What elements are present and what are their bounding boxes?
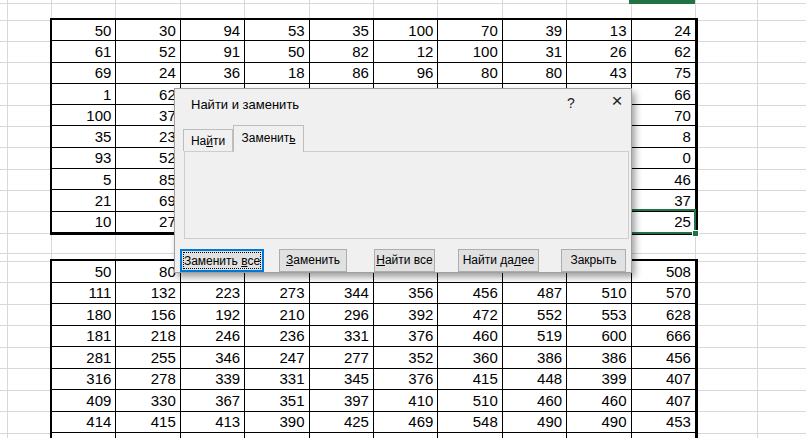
cell[interactable]: 281 [52, 347, 116, 369]
cell[interactable]: 52 [116, 148, 180, 169]
cell[interactable]: 356 [374, 283, 438, 305]
cell[interactable]: 392 [374, 304, 438, 326]
cell[interactable]: 52 [116, 41, 180, 62]
cell[interactable]: 472 [438, 304, 502, 326]
cell[interactable]: 277 [310, 347, 374, 369]
cell[interactable]: 484 [116, 433, 180, 438]
cell[interactable]: 367 [181, 390, 245, 412]
cell[interactable]: 91 [181, 41, 245, 62]
cell[interactable]: 50 [245, 41, 309, 62]
cell[interactable]: 448 [503, 369, 567, 391]
cell[interactable]: 443 [181, 433, 245, 438]
cell[interactable]: 390 [245, 412, 309, 434]
cell[interactable]: 210 [245, 304, 309, 326]
cell[interactable]: 415 [116, 412, 180, 434]
cell[interactable]: 490 [567, 412, 631, 434]
cell[interactable]: 46 [632, 169, 696, 190]
cell[interactable]: 255 [116, 347, 180, 369]
cell[interactable]: 70 [632, 105, 696, 126]
cell[interactable]: 96 [374, 63, 438, 84]
cell[interactable]: 490 [632, 433, 696, 438]
cell[interactable]: 223 [181, 283, 245, 305]
replace-button[interactable]: Заменить [279, 249, 347, 272]
cell[interactable]: 37 [632, 190, 696, 211]
cell[interactable]: 386 [503, 347, 567, 369]
cell[interactable]: 10 [52, 212, 116, 233]
cell[interactable]: 490 [503, 412, 567, 434]
cell[interactable]: 21 [52, 190, 116, 211]
cell[interactable]: 510 [567, 283, 631, 305]
cell[interactable]: 156 [116, 304, 180, 326]
cell[interactable]: 397 [310, 390, 374, 412]
cell[interactable]: 70 [438, 20, 502, 41]
cell[interactable]: 386 [567, 347, 631, 369]
close-button[interactable]: Закрыть [561, 249, 626, 272]
cell[interactable]: 486 [438, 433, 502, 438]
cell[interactable]: 25 [632, 212, 696, 233]
cell[interactable]: 339 [181, 369, 245, 391]
cell[interactable]: 557 [567, 433, 631, 438]
cell[interactable]: 86 [310, 63, 374, 84]
cell[interactable]: 132 [116, 283, 180, 305]
fill-handle[interactable] [692, 230, 699, 237]
cell[interactable]: 53 [245, 20, 309, 41]
cell[interactable]: 85 [116, 169, 180, 190]
cell[interactable]: 552 [503, 304, 567, 326]
cell[interactable]: 553 [567, 304, 631, 326]
find-all-button[interactable]: Найти все [374, 249, 435, 272]
cell[interactable]: 236 [245, 326, 309, 348]
cell[interactable]: 0 [632, 148, 696, 169]
cell[interactable]: 345 [310, 369, 374, 391]
cell[interactable]: 456 [632, 347, 696, 369]
cell[interactable]: 296 [310, 304, 374, 326]
cell[interactable]: 61 [52, 41, 116, 62]
cell[interactable]: 82 [310, 41, 374, 62]
cell[interactable]: 570 [632, 283, 696, 305]
cell[interactable]: 600 [567, 326, 631, 348]
cell[interactable]: 93 [52, 148, 116, 169]
cell[interactable]: 100 [374, 20, 438, 41]
help-icon[interactable]: ? [561, 95, 581, 111]
cell[interactable]: 27 [116, 212, 180, 233]
replace-all-button[interactable]: Заменить все [180, 249, 264, 272]
cell[interactable]: 181 [52, 326, 116, 348]
cell[interactable]: 331 [245, 369, 309, 391]
cell[interactable]: 346 [181, 347, 245, 369]
cell[interactable]: 435 [52, 433, 116, 438]
cell[interactable]: 24 [116, 63, 180, 84]
cell[interactable]: 66 [632, 84, 696, 105]
cell[interactable]: 453 [632, 412, 696, 434]
dialog-titlebar[interactable]: Найти и заменить ? × [175, 89, 631, 119]
tab-find[interactable]: Найти [183, 129, 233, 151]
cell[interactable]: 510 [438, 390, 502, 412]
cell[interactable]: 80 [438, 63, 502, 84]
cell[interactable]: 36 [181, 63, 245, 84]
cell[interactable]: 666 [632, 326, 696, 348]
cell[interactable]: 111 [52, 283, 116, 305]
cell[interactable]: 69 [52, 63, 116, 84]
cell[interactable]: 414 [52, 412, 116, 434]
cell[interactable]: 445 [374, 433, 438, 438]
cell[interactable]: 23 [116, 126, 180, 147]
cell[interactable]: 273 [245, 283, 309, 305]
cell[interactable]: 100 [438, 41, 502, 62]
cell[interactable]: 62 [632, 41, 696, 62]
cell[interactable]: 460 [438, 326, 502, 348]
cell[interactable]: 413 [181, 412, 245, 434]
cell[interactable]: 409 [52, 390, 116, 412]
cell[interactable]: 351 [245, 390, 309, 412]
cell[interactable]: 1 [52, 84, 116, 105]
cell[interactable]: 413 [245, 433, 309, 438]
cell[interactable]: 460 [567, 390, 631, 412]
cell[interactable]: 330 [116, 390, 180, 412]
cell[interactable]: 8 [632, 126, 696, 147]
cell[interactable]: 13 [567, 20, 631, 41]
cell[interactable]: 31 [503, 41, 567, 62]
cell[interactable]: 407 [632, 390, 696, 412]
cell[interactable]: 30 [116, 20, 180, 41]
cell[interactable]: 12 [374, 41, 438, 62]
cell[interactable]: 407 [632, 369, 696, 391]
cell[interactable]: 39 [503, 20, 567, 41]
cell[interactable]: 247 [245, 347, 309, 369]
cell[interactable]: 548 [438, 412, 502, 434]
